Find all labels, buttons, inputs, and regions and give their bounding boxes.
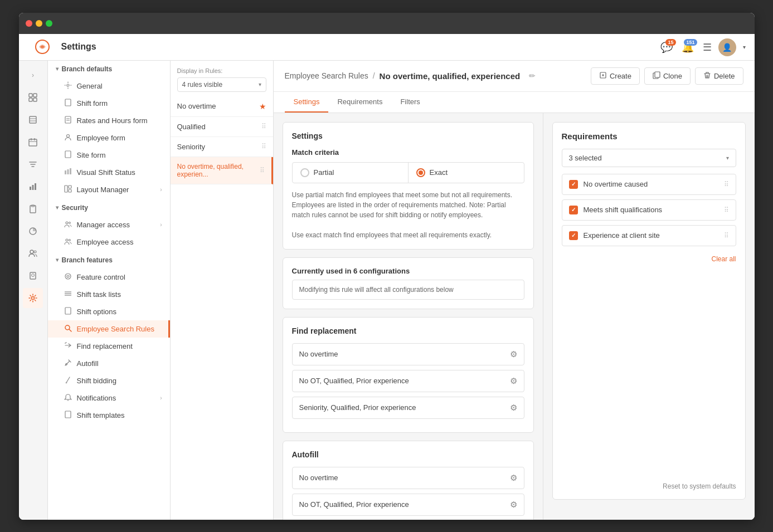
req-item-2-label: Meets shift qualifications bbox=[584, 206, 663, 214]
iconbar-chart[interactable] bbox=[23, 177, 43, 197]
drag-handle-active[interactable]: ⠿ bbox=[260, 167, 265, 174]
autofill-item-1: No overtime ⚙ bbox=[292, 467, 524, 489]
gear-icon-fr2[interactable]: ⚙ bbox=[510, 376, 517, 386]
feature-control-icon bbox=[64, 272, 72, 282]
svg-rect-3 bbox=[29, 98, 32, 101]
menu-icon[interactable]: ☰ bbox=[703, 41, 712, 53]
rule-item-no-overtime[interactable]: No overtime ★ bbox=[171, 96, 273, 117]
gear-icon-af2[interactable]: ⚙ bbox=[510, 500, 517, 510]
edit-icon[interactable]: ✏ bbox=[529, 71, 536, 80]
req-drag-handle-1[interactable]: ⠿ bbox=[724, 180, 729, 188]
match-criteria-title: Match criteria bbox=[292, 148, 524, 157]
user-avatar[interactable]: 👤 bbox=[718, 38, 736, 56]
exact-radio-circle bbox=[416, 168, 425, 177]
shift-task-icon bbox=[64, 290, 72, 299]
create-button[interactable]: Create bbox=[591, 67, 640, 85]
sidebar-item-shift-bidding[interactable]: Shift bidding bbox=[48, 372, 170, 389]
sidebar-item-shift-form[interactable]: Shift form bbox=[48, 95, 170, 112]
svg-rect-34 bbox=[69, 186, 71, 188]
requirements-footer-reset: Reset to system defaults bbox=[562, 477, 736, 490]
gear-icon-fr3[interactable]: ⚙ bbox=[510, 403, 517, 413]
requirements-footer-clear: Clear all bbox=[562, 251, 736, 263]
iconbar-dashboard[interactable] bbox=[23, 87, 43, 108]
req-select-chevron: ▾ bbox=[726, 155, 729, 161]
bell-notification[interactable]: 🔔 151 bbox=[682, 41, 694, 53]
messages-badge: 15 bbox=[665, 39, 675, 46]
req-drag-handle-3[interactable]: ⠿ bbox=[724, 232, 729, 240]
employee-access-icon bbox=[64, 237, 72, 247]
tab-requirements[interactable]: Requirements bbox=[328, 92, 391, 113]
main-layout: › bbox=[19, 61, 755, 520]
req-checkbox-2[interactable]: ✓ bbox=[569, 206, 578, 214]
gear-icon-fr1[interactable]: ⚙ bbox=[510, 349, 517, 359]
sidebar-section-header-branch-features[interactable]: ▾ Branch features bbox=[48, 252, 170, 269]
clear-all-button[interactable]: Clear all bbox=[711, 255, 736, 263]
sidebar-section-header-branch-defaults[interactable]: ▾ Branch defaults bbox=[48, 61, 170, 77]
shift-templates-icon bbox=[64, 411, 72, 420]
clone-button[interactable]: Clone bbox=[644, 67, 691, 85]
iconbar-grid[interactable] bbox=[23, 110, 43, 130]
employee-search-icon bbox=[64, 324, 72, 334]
svg-rect-2 bbox=[33, 94, 37, 97]
req-reset-button[interactable]: Reset to system defaults bbox=[663, 482, 736, 490]
tab-filters[interactable]: Filters bbox=[391, 92, 429, 113]
svg-rect-24 bbox=[65, 99, 71, 106]
sidebar-section-header-security[interactable]: ▾ Security bbox=[48, 199, 170, 216]
rule-item-no-overtime-qualified[interactable]: No overtime, qualified, experien... ⠿ bbox=[171, 157, 273, 184]
close-button[interactable] bbox=[26, 20, 32, 27]
iconbar-pie[interactable] bbox=[23, 221, 43, 241]
iconbar-clipboard[interactable] bbox=[23, 199, 43, 219]
minimize-button[interactable] bbox=[36, 20, 42, 27]
sidebar-item-find-replacement[interactable]: Find replacement bbox=[48, 338, 170, 355]
sidebar-item-shift-task-lists[interactable]: Shift task lists bbox=[48, 286, 170, 303]
req-checkbox-1[interactable]: ✓ bbox=[569, 180, 578, 189]
autofill-card: Autofill No overtime ⚙ No OT, Qualified,… bbox=[283, 441, 534, 520]
req-item-3-label: Experience at client site bbox=[584, 231, 660, 240]
messages-notification[interactable]: 💬 15 bbox=[660, 41, 673, 53]
rule-item-qualified[interactable]: Qualified ⠿ bbox=[171, 117, 273, 137]
maximize-button[interactable] bbox=[46, 20, 52, 27]
delete-button[interactable]: Delete bbox=[695, 67, 743, 85]
sidebar-item-manager-access[interactable]: Manager access › bbox=[48, 216, 170, 233]
radio-exact[interactable]: Exact bbox=[409, 163, 524, 183]
shift-bidding-icon bbox=[64, 376, 72, 385]
requirements-select[interactable]: 3 selected ▾ bbox=[562, 149, 736, 167]
app-title: Settings bbox=[61, 42, 96, 52]
svg-point-22 bbox=[32, 296, 35, 299]
autofill-item-2: No OT, Qualified, Prior experience ⚙ bbox=[292, 494, 524, 516]
rule-item-seniority[interactable]: Seniority ⠿ bbox=[171, 137, 273, 157]
radio-partial[interactable]: Partial bbox=[293, 163, 409, 183]
iconbar-settings[interactable] bbox=[23, 288, 43, 308]
gear-icon-af1[interactable]: ⚙ bbox=[510, 473, 517, 483]
tab-settings[interactable]: Settings bbox=[285, 92, 329, 113]
sidebar-item-employee-search-rules[interactable]: Employee Search Rules bbox=[48, 320, 170, 338]
iconbar-expand[interactable]: › bbox=[23, 65, 43, 85]
sidebar-item-autofill[interactable]: Autofill bbox=[48, 355, 170, 372]
req-drag-handle-2[interactable]: ⠿ bbox=[724, 206, 729, 214]
drag-handle-qualified[interactable]: ⠿ bbox=[261, 123, 266, 130]
iconbar-people[interactable] bbox=[23, 243, 43, 263]
svg-point-41 bbox=[67, 275, 69, 277]
rules-visible-select[interactable]: 4 rules visible ▾ bbox=[177, 77, 266, 92]
req-checkbox-3[interactable]: ✓ bbox=[569, 231, 578, 240]
sidebar-item-layout-manager[interactable]: Layout Manager › bbox=[48, 181, 170, 198]
match-description: Use partial match find employees that me… bbox=[292, 190, 524, 240]
sidebar-item-notifications[interactable]: Notifications › bbox=[48, 389, 170, 407]
iconbar-badge[interactable] bbox=[23, 266, 43, 286]
sidebar-item-rates-hours[interactable]: Rates and Hours form bbox=[48, 112, 170, 129]
drag-handle-seniority[interactable]: ⠿ bbox=[261, 143, 266, 150]
sidebar-item-shift-options[interactable]: Shift options bbox=[48, 303, 170, 320]
sidebar-item-employee-form[interactable]: Employee form bbox=[48, 129, 170, 147]
sidebar-item-site-form[interactable]: Site form bbox=[48, 147, 170, 164]
sidebar-item-shift-templates[interactable]: Shift templates bbox=[48, 407, 170, 424]
find-replacement-item-2: No OT, Qualified, Prior experience ⚙ bbox=[292, 370, 524, 392]
iconbar-calendar[interactable] bbox=[23, 132, 43, 152]
sidebar-item-general[interactable]: General bbox=[48, 77, 170, 95]
sidebar-item-employee-access[interactable]: Employee access bbox=[48, 233, 170, 251]
requirements-panel: Requirements 3 selected ▾ ✓ No overtime … bbox=[543, 113, 755, 520]
iconbar-filter[interactable] bbox=[23, 154, 43, 174]
svg-rect-55 bbox=[655, 72, 660, 77]
sidebar-item-feature-control[interactable]: Feature control bbox=[48, 269, 170, 286]
sidebar-item-visual-shift[interactable]: Visual Shift Status bbox=[48, 164, 170, 181]
user-dropdown-chevron[interactable]: ▾ bbox=[743, 44, 746, 50]
